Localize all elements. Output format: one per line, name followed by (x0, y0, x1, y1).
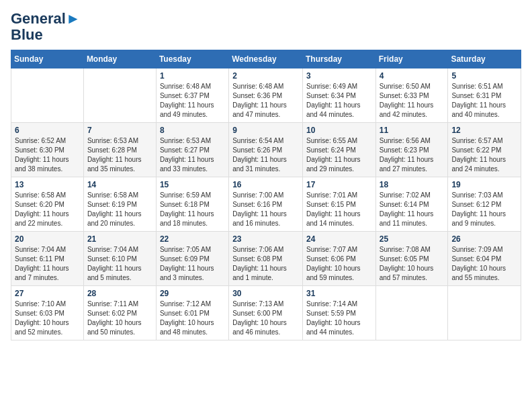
calendar-table: SundayMondayTuesdayWednesdayThursdayFrid… (11, 50, 521, 340)
calendar-day-cell: 20Sunrise: 7:04 AM Sunset: 6:11 PM Dayli… (11, 232, 84, 286)
calendar-week-row: 27Sunrise: 7:10 AM Sunset: 6:03 PM Dayli… (11, 286, 521, 340)
calendar-day-cell: 31Sunrise: 7:14 AM Sunset: 5:59 PM Dayli… (302, 286, 375, 340)
day-info: Sunrise: 7:04 AM Sunset: 6:11 PM Dayligh… (15, 245, 80, 283)
day-info: Sunrise: 6:59 AM Sunset: 6:18 PM Dayligh… (160, 191, 225, 228)
day-of-week-header: Saturday (448, 50, 521, 68)
day-number: 10 (306, 126, 372, 135)
day-info: Sunrise: 6:57 AM Sunset: 6:22 PM Dayligh… (451, 136, 517, 174)
calendar-day-cell: 25Sunrise: 7:08 AM Sunset: 6:05 PM Dayli… (375, 232, 448, 286)
calendar-day-cell: 18Sunrise: 7:02 AM Sunset: 6:14 PM Dayli… (375, 177, 448, 232)
calendar-header-row: SundayMondayTuesdayWednesdayThursdayFrid… (11, 50, 521, 68)
calendar-day-cell: 5Sunrise: 6:51 AM Sunset: 6:31 PM Daylig… (448, 68, 521, 123)
day-of-week-header: Thursday (302, 50, 375, 68)
day-number: 19 (451, 180, 517, 189)
day-number: 22 (160, 234, 225, 244)
calendar-day-cell (375, 286, 448, 340)
day-number: 31 (306, 289, 372, 298)
day-info: Sunrise: 7:06 AM Sunset: 6:08 PM Dayligh… (232, 245, 299, 283)
day-number: 4 (380, 71, 445, 81)
calendar-day-cell: 7Sunrise: 6:53 AM Sunset: 6:28 PM Daylig… (83, 123, 156, 177)
day-of-week-header: Monday (83, 50, 156, 68)
day-info: Sunrise: 7:04 AM Sunset: 6:10 PM Dayligh… (87, 245, 152, 283)
calendar-day-cell: 11Sunrise: 6:56 AM Sunset: 6:23 PM Dayli… (375, 123, 448, 177)
calendar-day-cell (448, 286, 521, 340)
calendar-day-cell: 8Sunrise: 6:53 AM Sunset: 6:27 PM Daylig… (156, 123, 228, 177)
calendar-week-row: 13Sunrise: 6:58 AM Sunset: 6:20 PM Dayli… (11, 177, 521, 232)
calendar-day-cell: 15Sunrise: 6:59 AM Sunset: 6:18 PM Dayli… (156, 177, 228, 232)
calendar-day-cell: 28Sunrise: 7:11 AM Sunset: 6:02 PM Dayli… (83, 286, 156, 340)
calendar-day-cell: 13Sunrise: 6:58 AM Sunset: 6:20 PM Dayli… (11, 177, 84, 232)
day-number: 3 (306, 71, 372, 81)
day-number: 30 (232, 289, 299, 298)
calendar-day-cell: 29Sunrise: 7:12 AM Sunset: 6:01 PM Dayli… (156, 286, 228, 340)
day-info: Sunrise: 7:09 AM Sunset: 6:04 PM Dayligh… (451, 245, 517, 283)
day-info: Sunrise: 6:52 AM Sunset: 6:30 PM Dayligh… (15, 136, 80, 174)
calendar-day-cell: 12Sunrise: 6:57 AM Sunset: 6:22 PM Dayli… (448, 123, 521, 177)
calendar-day-cell: 27Sunrise: 7:10 AM Sunset: 6:03 PM Dayli… (11, 286, 84, 340)
day-info: Sunrise: 6:48 AM Sunset: 6:36 PM Dayligh… (232, 82, 299, 120)
day-number: 12 (451, 126, 517, 135)
calendar-day-cell: 14Sunrise: 6:58 AM Sunset: 6:19 PM Dayli… (83, 177, 156, 232)
calendar-day-cell: 17Sunrise: 7:01 AM Sunset: 6:15 PM Dayli… (302, 177, 375, 232)
calendar-day-cell: 3Sunrise: 6:49 AM Sunset: 6:34 PM Daylig… (302, 68, 375, 123)
calendar-day-cell: 30Sunrise: 7:13 AM Sunset: 6:00 PM Dayli… (229, 286, 303, 340)
day-number: 16 (232, 180, 299, 189)
day-info: Sunrise: 6:51 AM Sunset: 6:31 PM Dayligh… (451, 82, 517, 120)
day-number: 25 (380, 234, 445, 244)
day-number: 11 (380, 126, 445, 135)
day-of-week-header: Friday (375, 50, 448, 68)
logo-text: General►Blue (11, 11, 81, 43)
day-info: Sunrise: 7:01 AM Sunset: 6:15 PM Dayligh… (306, 191, 372, 228)
day-info: Sunrise: 6:56 AM Sunset: 6:23 PM Dayligh… (380, 136, 445, 174)
day-info: Sunrise: 6:48 AM Sunset: 6:37 PM Dayligh… (160, 82, 225, 120)
day-number: 26 (451, 234, 517, 244)
day-number: 21 (87, 234, 152, 244)
calendar-week-row: 6Sunrise: 6:52 AM Sunset: 6:30 PM Daylig… (11, 123, 521, 177)
page-header: General►Blue (11, 11, 521, 43)
day-number: 14 (87, 180, 152, 189)
day-number: 6 (15, 126, 80, 135)
calendar-day-cell: 4Sunrise: 6:50 AM Sunset: 6:33 PM Daylig… (375, 68, 448, 123)
calendar-day-cell: 6Sunrise: 6:52 AM Sunset: 6:30 PM Daylig… (11, 123, 84, 177)
calendar-day-cell (11, 68, 84, 123)
logo: General►Blue (11, 11, 81, 43)
day-number: 2 (232, 71, 299, 81)
day-info: Sunrise: 6:55 AM Sunset: 6:24 PM Dayligh… (306, 136, 372, 174)
day-info: Sunrise: 7:03 AM Sunset: 6:12 PM Dayligh… (451, 191, 517, 228)
calendar-day-cell: 19Sunrise: 7:03 AM Sunset: 6:12 PM Dayli… (448, 177, 521, 232)
calendar-day-cell: 1Sunrise: 6:48 AM Sunset: 6:37 PM Daylig… (156, 68, 228, 123)
day-info: Sunrise: 6:58 AM Sunset: 6:20 PM Dayligh… (15, 191, 80, 228)
calendar-day-cell: 16Sunrise: 7:00 AM Sunset: 6:16 PM Dayli… (229, 177, 303, 232)
calendar-day-cell: 10Sunrise: 6:55 AM Sunset: 6:24 PM Dayli… (302, 123, 375, 177)
day-number: 29 (160, 289, 225, 298)
day-of-week-header: Wednesday (229, 50, 303, 68)
calendar-day-cell (83, 68, 156, 123)
day-info: Sunrise: 6:50 AM Sunset: 6:33 PM Dayligh… (380, 82, 445, 120)
day-info: Sunrise: 7:11 AM Sunset: 6:02 PM Dayligh… (87, 300, 152, 337)
day-info: Sunrise: 6:58 AM Sunset: 6:19 PM Dayligh… (87, 191, 152, 228)
calendar-week-row: 20Sunrise: 7:04 AM Sunset: 6:11 PM Dayli… (11, 232, 521, 286)
calendar-day-cell: 2Sunrise: 6:48 AM Sunset: 6:36 PM Daylig… (229, 68, 303, 123)
day-number: 17 (306, 180, 372, 189)
day-info: Sunrise: 7:00 AM Sunset: 6:16 PM Dayligh… (232, 191, 299, 228)
day-number: 15 (160, 180, 225, 189)
day-number: 13 (15, 180, 80, 189)
day-number: 8 (160, 126, 225, 135)
day-of-week-header: Sunday (11, 50, 84, 68)
day-info: Sunrise: 6:49 AM Sunset: 6:34 PM Dayligh… (306, 82, 372, 120)
day-number: 20 (15, 234, 80, 244)
day-info: Sunrise: 7:10 AM Sunset: 6:03 PM Dayligh… (15, 300, 80, 337)
day-number: 9 (232, 126, 299, 135)
day-info: Sunrise: 6:54 AM Sunset: 6:26 PM Dayligh… (232, 136, 299, 174)
calendar-day-cell: 21Sunrise: 7:04 AM Sunset: 6:10 PM Dayli… (83, 232, 156, 286)
day-number: 28 (87, 289, 152, 298)
day-number: 1 (160, 71, 225, 81)
day-number: 5 (451, 71, 517, 81)
day-info: Sunrise: 7:12 AM Sunset: 6:01 PM Dayligh… (160, 300, 225, 337)
day-of-week-header: Tuesday (156, 50, 228, 68)
calendar-day-cell: 23Sunrise: 7:06 AM Sunset: 6:08 PM Dayli… (229, 232, 303, 286)
day-number: 24 (306, 234, 372, 244)
calendar-day-cell: 26Sunrise: 7:09 AM Sunset: 6:04 PM Dayli… (448, 232, 521, 286)
day-info: Sunrise: 6:53 AM Sunset: 6:27 PM Dayligh… (160, 136, 225, 174)
day-info: Sunrise: 7:07 AM Sunset: 6:06 PM Dayligh… (306, 245, 372, 283)
